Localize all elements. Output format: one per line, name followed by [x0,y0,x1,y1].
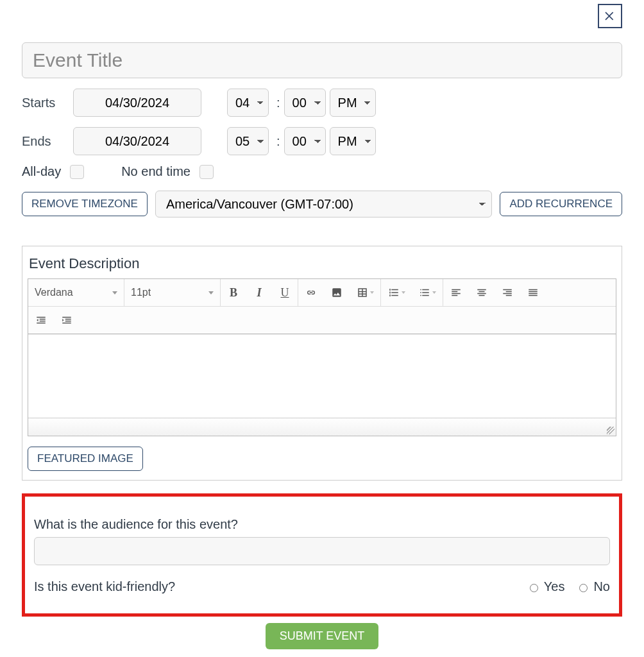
all-day-label: All-day [22,164,61,179]
editor-toolbar-row-2 [28,307,616,334]
align-left-button[interactable] [443,279,469,306]
timezone-select[interactable]: America/Vancouver (GMT-07:00) [155,191,492,218]
outdent-button[interactable] [28,307,54,334]
description-panel: Event Description Verdana 11pt B I U [22,246,622,481]
rich-text-editor: Verdana 11pt B I U [28,278,616,436]
close-icon [604,10,616,22]
font-family-dropdown[interactable]: Verdana [28,279,124,306]
align-center-icon [476,287,487,298]
all-day-checkbox[interactable] [70,165,84,179]
no-label: No [593,579,610,594]
resize-handle[interactable] [607,427,614,434]
outdent-icon [35,314,47,326]
ends-label: Ends [22,134,73,149]
starts-label: Starts [22,96,73,110]
italic-button[interactable]: I [246,279,272,306]
indent-button[interactable] [54,307,80,334]
align-right-button[interactable] [495,279,520,306]
kid-friendly-no-radio[interactable] [579,584,588,592]
image-icon [331,287,343,298]
kid-friendly-yes-radio[interactable] [530,584,538,592]
underline-button[interactable]: U [272,279,298,306]
starts-hour-select[interactable]: 04 [227,89,269,117]
starts-ampm-select[interactable]: PM [330,89,376,117]
editor-content-area[interactable] [28,334,616,418]
align-justify-icon [527,287,539,298]
image-button[interactable] [324,279,350,306]
kid-friendly-yes-option[interactable]: Yes [527,579,565,594]
remove-timezone-button[interactable]: REMOVE TIMEZONE [22,192,148,216]
editor-toolbar-row-1: Verdana 11pt B I U [28,279,616,307]
link-icon [305,287,317,298]
numbered-list-button[interactable] [381,279,412,306]
kid-friendly-no-option[interactable]: No [576,579,610,594]
link-button[interactable] [298,279,324,306]
time-colon: : [276,96,280,110]
align-center-button[interactable] [469,279,495,306]
yes-label: Yes [544,579,565,594]
submit-event-button[interactable]: SUBMIT EVENT [266,623,379,649]
align-right-icon [502,287,513,298]
ends-minute-select[interactable]: 00 [284,127,326,155]
no-end-time-checkbox[interactable] [199,165,214,179]
featured-image-button[interactable]: FEATURED IMAGE [28,447,143,471]
align-justify-button[interactable] [520,279,546,306]
highlighted-section: What is the audience for this event? Is … [22,493,622,617]
starts-date-input[interactable] [73,89,201,117]
close-button[interactable] [598,4,622,28]
no-end-time-label: No end time [121,164,191,179]
audience-label: What is the audience for this event? [34,517,610,532]
starts-minute-select[interactable]: 00 [284,89,326,117]
numbered-list-icon [388,287,400,298]
bullet-list-button[interactable] [412,279,443,306]
bullet-list-icon [419,287,430,298]
ends-ampm-select[interactable]: PM [330,127,376,155]
ends-date-input[interactable] [73,127,201,155]
font-size-dropdown[interactable]: 11pt [124,279,220,306]
table-icon [357,287,368,298]
kid-friendly-label: Is this event kid-friendly? [34,579,175,594]
audience-input[interactable] [34,537,610,565]
table-button[interactable] [350,279,380,306]
align-left-icon [450,287,462,298]
time-colon: : [276,134,280,149]
editor-status-bar [28,418,616,436]
add-recurrence-button[interactable]: ADD RECURRENCE [500,192,622,216]
description-label: Event Description [29,255,616,272]
bold-button[interactable]: B [221,279,246,306]
indent-icon [61,314,72,326]
ends-hour-select[interactable]: 05 [227,127,269,155]
event-title-input[interactable] [22,42,622,78]
